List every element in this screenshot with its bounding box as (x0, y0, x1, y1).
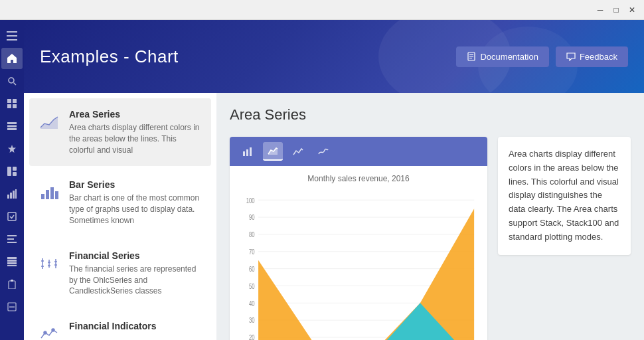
svg-rect-40 (55, 191, 58, 199)
svg-rect-39 (50, 187, 54, 199)
area-series-text: Area Series Area charts display differen… (69, 109, 203, 155)
bar-series-text: Bar Series Bar chart is one of the most … (69, 179, 203, 226)
svg-point-50 (44, 331, 46, 334)
svg-rect-52 (243, 151, 245, 156)
chart-tool-line[interactable] (288, 142, 308, 161)
svg-marker-36 (40, 117, 58, 129)
svg-rect-31 (9, 307, 15, 308)
sidebar-item-lines[interactable] (1, 228, 23, 250)
svg-rect-24 (7, 257, 17, 259)
area-series-icon (37, 110, 61, 134)
right-panel: Area Series (216, 93, 644, 340)
chart-wrapper: Monthly sales revenue, 2016 100 90 80 (230, 137, 487, 340)
svg-rect-22 (7, 238, 14, 240)
svg-rect-1 (7, 35, 17, 37)
svg-rect-7 (7, 104, 11, 108)
svg-rect-10 (7, 126, 17, 128)
svg-rect-37 (41, 194, 44, 199)
feedback-button[interactable]: Feedback (556, 46, 628, 67)
chart-container: Monthly sales revenue, 2016 100 90 80 (230, 137, 487, 340)
svg-rect-8 (13, 104, 17, 108)
bar-series-desc: Bar chart is one of the most common type… (69, 193, 203, 226)
sidebar-item-table[interactable] (1, 251, 23, 272)
series-item-indicators[interactable]: Financial Indicators (29, 310, 211, 340)
chart-tool-smooth[interactable] (313, 142, 333, 161)
svg-text:50: 50 (249, 283, 255, 290)
chart-tool-area[interactable] (263, 142, 283, 161)
svg-text:100: 100 (246, 197, 255, 204)
chart-panel-title: Area Series (230, 106, 631, 124)
svg-rect-15 (13, 172, 17, 176)
sidebar-item-home[interactable] (1, 48, 23, 69)
financial-series-title: Financial Series (69, 250, 203, 261)
chart-tool-bar[interactable] (238, 142, 258, 161)
close-button[interactable]: ✕ (625, 3, 639, 17)
svg-rect-35 (469, 58, 472, 58)
svg-rect-25 (7, 260, 17, 262)
description-text: Area charts display different colors in … (509, 147, 620, 244)
svg-marker-12 (8, 145, 16, 153)
financial-series-desc: The financial series are represented by … (69, 264, 203, 297)
indicators-series-text: Financial Indicators (69, 321, 156, 334)
sidebar-item-layout[interactable] (1, 116, 23, 137)
bar-series-icon (37, 181, 61, 205)
header: Examples - Chart Documentation (24, 20, 644, 93)
svg-rect-27 (7, 265, 17, 266)
y-axis: 100 90 80 70 60 50 40 30 (246, 197, 255, 340)
svg-rect-13 (7, 167, 11, 176)
svg-rect-26 (7, 262, 17, 264)
documentation-label: Documentation (480, 52, 538, 62)
series-item-area[interactable]: Area Series Area charts display differen… (29, 98, 211, 166)
svg-rect-33 (469, 54, 473, 55)
sidebar-item-panel[interactable] (1, 161, 23, 182)
svg-text:80: 80 (249, 231, 255, 238)
chart-toolbar (230, 137, 487, 166)
svg-rect-6 (13, 99, 17, 103)
description-wrapper: Area charts display different colors in … (498, 137, 631, 340)
sidebar-item-search[interactable] (1, 70, 23, 92)
indicators-series-title: Financial Indicators (69, 321, 156, 331)
main-content-row: Monthly sales revenue, 2016 100 90 80 (230, 137, 631, 340)
svg-line-4 (14, 83, 17, 86)
title-bar-controls: ─ □ ✕ (594, 3, 639, 17)
sidebar-item-effects[interactable] (1, 138, 23, 159)
financial-series-icon (37, 252, 61, 276)
svg-rect-21 (7, 235, 17, 236)
series-item-bar[interactable]: Bar Series Bar chart is one of the most … (29, 169, 211, 236)
feedback-icon (566, 52, 576, 61)
body-section: Area Series Area charts display differen… (24, 93, 644, 340)
sidebar (0, 20, 24, 340)
minimize-button[interactable]: ─ (594, 3, 607, 17)
svg-rect-20 (8, 212, 16, 220)
doc-icon (467, 52, 476, 61)
documentation-button[interactable]: Documentation (456, 46, 548, 67)
content-area: Examples - Chart Documentation (24, 20, 644, 340)
feedback-label: Feedback (580, 52, 617, 62)
indicators-series-icon (37, 322, 61, 340)
header-buttons: Documentation Feedback (456, 46, 628, 67)
sidebar-item-clipboard[interactable] (1, 274, 23, 295)
chart-svg-wrapper: 100 90 80 70 60 50 40 30 (240, 189, 477, 340)
svg-rect-53 (246, 149, 248, 156)
sidebar-item-check[interactable] (1, 206, 23, 227)
financial-series-text: Financial Series The financial series ar… (69, 250, 203, 297)
svg-point-51 (52, 329, 54, 331)
description-box: Area charts display different colors in … (498, 137, 631, 255)
sidebar-item-grid[interactable] (1, 93, 23, 114)
svg-rect-17 (10, 193, 12, 199)
svg-rect-23 (7, 242, 17, 243)
series-item-financial[interactable]: Financial Series The financial series ar… (29, 240, 211, 307)
area-series-desc: Area charts display different colors in … (69, 122, 203, 155)
sidebar-item-minus[interactable] (1, 296, 23, 317)
svg-rect-11 (7, 128, 17, 130)
sidebar-item-menu[interactable] (1, 25, 23, 46)
svg-text:20: 20 (249, 334, 255, 340)
sidebar-item-chart[interactable] (1, 183, 23, 205)
maximize-button[interactable]: □ (609, 3, 623, 17)
svg-rect-5 (7, 99, 11, 103)
svg-rect-28 (9, 281, 15, 289)
app-window: ─ □ ✕ (0, 0, 644, 340)
svg-rect-14 (13, 167, 17, 171)
svg-rect-0 (7, 31, 17, 33)
chart-subtitle: Monthly sales revenue, 2016 (240, 174, 477, 183)
